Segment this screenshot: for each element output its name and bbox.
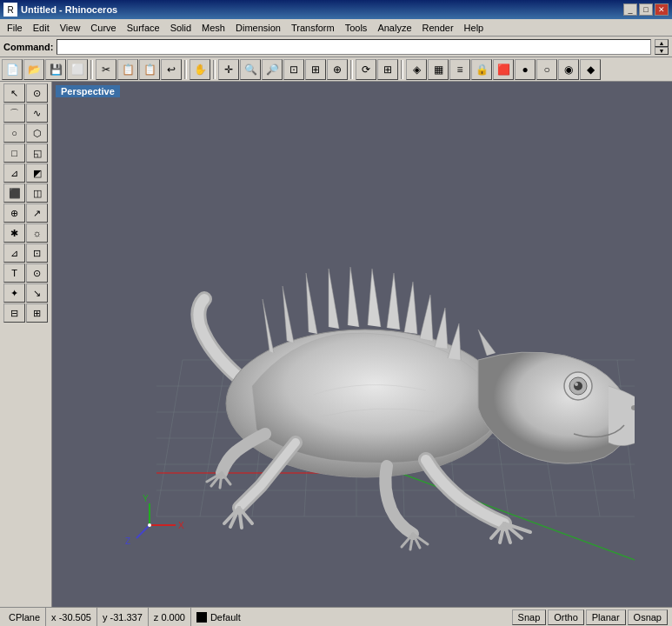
planar-button[interactable]: Planar [586,609,626,625]
left-toolbar-btn-select-arrow[interactable]: ↖ [3,83,25,103]
left-toolbar-btn-select-point[interactable]: ⊙ [26,83,48,103]
menu-item-dimension[interactable]: Dimension [230,21,286,35]
toolbar-btn-zoom-in[interactable]: 🔍 [240,59,261,80]
left-toolbar-btn-box[interactable]: ⬛ [3,183,25,203]
app-icon: R [3,3,17,17]
menu-item-render[interactable]: Render [417,21,459,35]
maximize-button[interactable]: □ [639,3,653,16]
viewport-label: Perspective [56,85,120,97]
left-toolbar-btn-sphere[interactable]: ◫ [26,183,48,203]
left-toolbar-btn-split[interactable]: ⊡ [26,243,48,263]
toolbar-btn-zoom-fit[interactable]: ⊕ [327,59,348,80]
left-toolbar-btn-join[interactable]: ☼ [26,223,48,243]
command-bar: Command: ▲ ▼ [0,37,672,57]
toolbar-btn-zoom-all[interactable]: ⊞ [305,59,326,80]
toolbar-btn-copy[interactable]: 📋 [117,59,138,80]
left-toolbar-btn-surface-corner[interactable]: ◱ [26,143,48,163]
left-toolbar-btn-trim[interactable]: ⊿ [3,243,25,263]
left-toolbar-btn-loft[interactable]: ◩ [26,163,48,183]
left-toolbar-btn-copy-3d[interactable]: ↗ [26,203,48,223]
command-label: Command: [3,42,53,52]
window-controls: _ □ ✕ [623,3,669,16]
left-toolbar-btn-circle-tool[interactable]: ○ [3,123,25,143]
viewport[interactable]: Perspective [52,82,672,607]
toolbar-btn-snap-grid[interactable]: ⊞ [377,59,398,80]
toolbar-btn-save[interactable]: 💾 [45,59,66,80]
svg-text:Y: Y [143,494,149,503]
toolbar-btn-color4[interactable]: ◉ [558,59,579,80]
menu-item-mesh[interactable]: Mesh [196,21,230,35]
toolbar-btn-undo[interactable]: ↩ [161,59,182,80]
left-toolbar-btn-leader[interactable]: ↘ [26,283,48,303]
left-toolbar-btn-named-view[interactable]: ⊟ [3,303,25,323]
cmd-arrow-down[interactable]: ▼ [655,47,669,55]
command-input[interactable] [57,39,651,55]
toolbar-btn-pan[interactable]: ✋ [190,59,210,80]
toolbar-btn-color2[interactable]: ● [515,59,536,80]
toolbar-btn-layers[interactable]: ≡ [449,59,470,80]
toolbar-btn-mesh[interactable]: ▦ [428,59,449,80]
left-toolbar-btn-rectangle[interactable]: □ [3,143,25,163]
close-button[interactable]: ✕ [655,3,669,16]
svg-text:Z: Z [125,536,130,546]
left-toolbar-btn-set-view[interactable]: ⊞ [26,303,48,323]
toolbar-btn-zoom-window[interactable]: ⊡ [283,59,304,80]
left-toolbar-row-4: ⊿◩ [3,163,48,183]
toolbar-separator-4 [90,60,93,79]
osnap-button[interactable]: Osnap [628,609,668,625]
menu-item-analyze[interactable]: Analyze [372,21,416,35]
svg-line-31 [220,473,222,488]
toolbar-btn-template[interactable]: ⬜ [67,59,88,80]
toolbar-btn-lock[interactable]: 🔒 [471,59,492,80]
menu-item-transform[interactable]: Transform [286,21,340,35]
toolbar-btn-color3[interactable]: ○ [536,59,557,80]
toolbar-btn-new[interactable]: 📄 [2,59,23,80]
menu-item-help[interactable]: Help [459,21,489,35]
menu-item-view[interactable]: View [55,21,86,35]
status-x: x -30.505 [46,608,97,626]
left-toolbar-btn-explode[interactable]: ✱ [3,223,25,243]
toolbar-btn-open[interactable]: 📂 [23,59,44,80]
left-toolbar-btn-patch[interactable]: ⊿ [3,163,25,183]
left-toolbar: ↖⊙⌒∿○⬡□◱⊿◩⬛◫⊕↗✱☼⊿⊡T⊙✦↘⊟⊞ [0,82,52,607]
left-toolbar-btn-annotation[interactable]: ⊙ [26,263,48,283]
command-arrows: ▲ ▼ [655,39,669,55]
toolbar-btn-rotate[interactable]: ⟳ [356,59,376,80]
menu-item-curve[interactable]: Curve [85,21,121,35]
menu-item-edit[interactable]: Edit [28,21,55,35]
cmd-arrow-up[interactable]: ▲ [655,39,669,47]
ortho-button[interactable]: Ortho [548,609,584,625]
status-layer-name: Default [210,612,241,623]
toolbar-btn-move[interactable]: ✛ [218,59,239,80]
left-toolbar-btn-curve-draw[interactable]: ⌒ [3,103,25,123]
main-area: ↖⊙⌒∿○⬡□◱⊿◩⬛◫⊕↗✱☼⊿⊡T⊙✦↘⊟⊞ Perspective [0,82,672,607]
minimize-button[interactable]: _ [623,3,637,16]
toolbar-btn-cut[interactable]: ✂ [96,59,116,80]
svg-point-24 [575,383,578,386]
model-container: X Y Z [52,82,672,607]
left-toolbar-btn-text-tool[interactable]: T [3,263,25,283]
left-toolbar-row-10: ✦↘ [3,283,48,303]
left-toolbar-btn-dimension[interactable]: ✦ [3,283,25,303]
left-toolbar-btn-move-3d[interactable]: ⊕ [3,203,25,223]
status-bar: CPlane x -30.505 y -31.337 z 0.000 Defau… [0,607,672,626]
left-toolbar-btn-polygon-tool[interactable]: ⬡ [26,123,48,143]
toolbar-btn-color1[interactable]: 🟥 [493,59,514,80]
menu-item-surface[interactable]: Surface [122,21,165,35]
window-title: Untitled - Rhinoceros [21,4,623,15]
menu-item-file[interactable]: File [2,21,28,35]
svg-point-49 [148,523,151,527]
toolbar-separator-8 [184,60,187,79]
menu-item-tools[interactable]: Tools [340,21,373,35]
left-toolbar-btn-freeform-curve[interactable]: ∿ [26,103,48,123]
status-z: z 0.000 [149,608,191,626]
menu-item-solid[interactable]: Solid [165,21,196,35]
left-toolbar-row-8: ⊿⊡ [3,243,48,263]
toolbar-btn-color5[interactable]: ◆ [580,59,601,80]
left-toolbar-row-0: ↖⊙ [3,83,48,103]
toolbar-btn-osnap[interactable]: ◈ [406,59,427,80]
toolbar-btn-zoom-out[interactable]: 🔎 [262,59,283,80]
status-layer-section: Default [191,612,246,623]
snap-button[interactable]: Snap [512,609,547,625]
toolbar-btn-paste[interactable]: 📋 [139,59,160,80]
